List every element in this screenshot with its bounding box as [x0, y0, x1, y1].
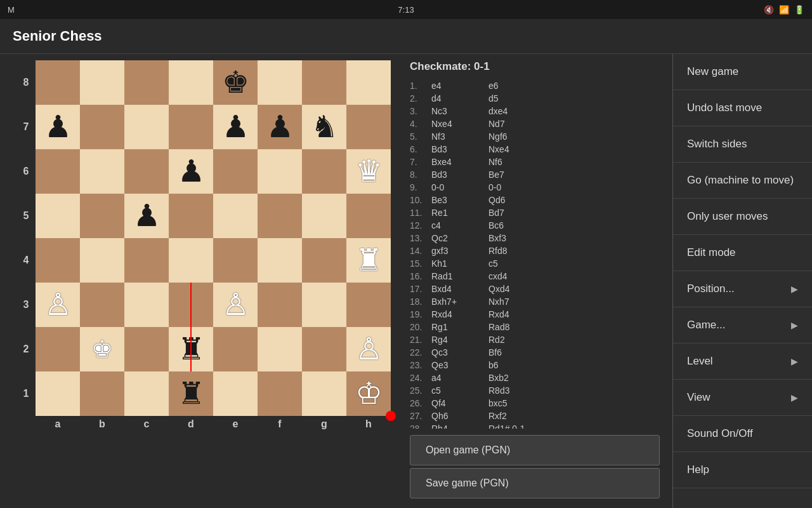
- square-h3[interactable]: [346, 283, 391, 327]
- square-e2[interactable]: [213, 327, 258, 371]
- square-c4[interactable]: [124, 238, 169, 283]
- move-white[interactable]: Kh1: [429, 257, 486, 270]
- move-white[interactable]: Qf4: [429, 397, 486, 410]
- square-g6[interactable]: [302, 149, 346, 194]
- square-b5[interactable]: [80, 194, 124, 238]
- move-black[interactable]: c5: [486, 257, 543, 270]
- move-white[interactable]: c5: [429, 384, 486, 397]
- menu-item-only-user-moves[interactable]: Only user moves: [673, 199, 812, 235]
- square-e1[interactable]: [213, 371, 258, 416]
- square-e7[interactable]: ♟: [213, 105, 258, 149]
- move-black[interactable]: d5: [486, 92, 543, 105]
- menu-item-new-game[interactable]: New game: [673, 54, 812, 90]
- square-f4[interactable]: [258, 238, 302, 283]
- square-g3[interactable]: [302, 283, 346, 327]
- square-a6[interactable]: [36, 149, 80, 194]
- square-d8[interactable]: [169, 60, 213, 105]
- move-black[interactable]: bxc5: [486, 397, 543, 410]
- menu-item-sound-onoff[interactable]: Sound On/Off: [673, 416, 812, 452]
- move-white[interactable]: Rg1: [429, 321, 486, 333]
- square-c3[interactable]: [124, 283, 169, 327]
- move-black[interactable]: Bc6: [486, 219, 543, 232]
- move-black[interactable]: Rxf2: [486, 410, 543, 422]
- move-black[interactable]: cxd4: [486, 270, 543, 283]
- menu-item-view[interactable]: View▶: [673, 380, 812, 416]
- square-c2[interactable]: [124, 327, 169, 371]
- move-black[interactable]: Qd6: [486, 194, 543, 206]
- square-f8[interactable]: [258, 60, 302, 105]
- square-a3[interactable]: ♙: [36, 283, 80, 327]
- square-c6[interactable]: [124, 149, 169, 194]
- square-b2[interactable]: ♚: [80, 327, 124, 371]
- move-white[interactable]: Be3: [429, 194, 486, 206]
- menu-item-go-machine-to-move[interactable]: Go (machine to move): [673, 163, 812, 199]
- square-g7[interactable]: ♞: [302, 105, 346, 149]
- square-b3[interactable]: [80, 283, 124, 327]
- square-a7[interactable]: ♟: [36, 105, 80, 149]
- move-white[interactable]: d4: [429, 92, 486, 105]
- square-d6[interactable]: ♟: [169, 149, 213, 194]
- move-white[interactable]: Bd3: [429, 143, 486, 156]
- move-black[interactable]: Nxh7: [486, 295, 543, 308]
- square-f7[interactable]: ♟: [258, 105, 302, 149]
- chess-board[interactable]: ♚ ♟ ♟ ♟ ♞: [36, 60, 391, 416]
- menu-item-help[interactable]: Help: [673, 452, 812, 488]
- move-white[interactable]: Rg4: [429, 333, 486, 346]
- menu-item-position[interactable]: Position...▶: [673, 271, 812, 307]
- move-white[interactable]: Qc2: [429, 232, 486, 244]
- square-d5[interactable]: [169, 194, 213, 238]
- move-black[interactable]: R8d3: [486, 384, 543, 397]
- move-white[interactable]: Rad1: [429, 270, 486, 283]
- move-black[interactable]: Rxd4: [486, 308, 543, 321]
- move-white[interactable]: Nf3: [429, 130, 486, 143]
- move-white[interactable]: Bxe4: [429, 156, 486, 168]
- move-white[interactable]: Qc3: [429, 346, 486, 359]
- move-white[interactable]: 0-0: [429, 181, 486, 194]
- move-black[interactable]: b6: [486, 359, 543, 371]
- square-e5[interactable]: [213, 194, 258, 238]
- square-b4[interactable]: [80, 238, 124, 283]
- menu-item-undo-last-move[interactable]: Undo last move: [673, 90, 812, 126]
- square-d7[interactable]: [169, 105, 213, 149]
- square-a8[interactable]: [36, 60, 80, 105]
- move-white[interactable]: c4: [429, 219, 486, 232]
- square-f2[interactable]: [258, 327, 302, 371]
- move-white[interactable]: Rh4: [429, 422, 486, 429]
- square-c5[interactable]: ♟: [124, 194, 169, 238]
- square-f6[interactable]: [258, 149, 302, 194]
- square-b6[interactable]: [80, 149, 124, 194]
- menu-item-edit-mode[interactable]: Edit mode: [673, 235, 812, 271]
- square-h2[interactable]: ♙: [346, 327, 391, 371]
- square-e8[interactable]: ♚: [213, 60, 258, 105]
- square-h5[interactable]: [346, 194, 391, 238]
- save-game-button[interactable]: Save game (PGN): [410, 468, 660, 498]
- square-c1[interactable]: [124, 371, 169, 416]
- move-black[interactable]: Bf6: [486, 346, 543, 359]
- move-black[interactable]: Bxb2: [486, 371, 543, 384]
- move-black[interactable]: dxe4: [486, 105, 543, 117]
- move-white[interactable]: Bxh7+: [429, 295, 486, 308]
- square-c7[interactable]: [124, 105, 169, 149]
- square-h1[interactable]: ♔: [346, 371, 391, 416]
- menu-item-switch-sides[interactable]: Switch sides: [673, 126, 812, 163]
- move-white[interactable]: Bxd4: [429, 283, 486, 295]
- menu-item-game[interactable]: Game...▶: [673, 307, 812, 344]
- square-a5[interactable]: [36, 194, 80, 238]
- menu-item-level[interactable]: Level▶: [673, 344, 812, 380]
- square-h4[interactable]: ♜: [346, 238, 391, 283]
- move-black[interactable]: 0-0: [486, 181, 543, 194]
- move-black[interactable]: Nf6: [486, 156, 543, 168]
- move-white[interactable]: Re1: [429, 206, 486, 219]
- move-black[interactable]: Bxf3: [486, 232, 543, 244]
- open-game-button[interactable]: Open game (PGN): [410, 435, 660, 465]
- square-b8[interactable]: [80, 60, 124, 105]
- move-white[interactable]: Qh6: [429, 410, 486, 422]
- square-c8[interactable]: [124, 60, 169, 105]
- square-b7[interactable]: [80, 105, 124, 149]
- square-e6[interactable]: [213, 149, 258, 194]
- move-white[interactable]: Rxd4: [429, 308, 486, 321]
- square-g5[interactable]: [302, 194, 346, 238]
- move-black[interactable]: Be7: [486, 168, 543, 181]
- move-black[interactable]: Bd7: [486, 206, 543, 219]
- move-black[interactable]: e6: [486, 79, 543, 92]
